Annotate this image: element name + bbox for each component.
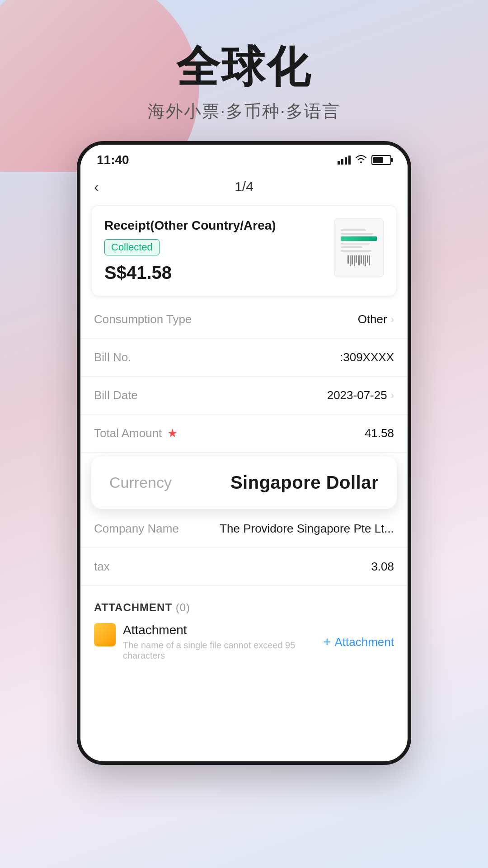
company-name-value: The Providore Singapore Pte Lt... (220, 522, 394, 536)
signal-bars-icon (338, 156, 351, 165)
attachment-row: Attachment The name of a single file can… (94, 623, 394, 661)
wifi-icon (355, 154, 367, 166)
subtitle: 海外小票·多币种·多语言 (0, 100, 488, 123)
consumption-type-row[interactable]: Consumption Type Other › (80, 301, 408, 339)
currency-value: Singapore Dollar (230, 472, 379, 493)
currency-panel: Currency Singapore Dollar (91, 456, 397, 509)
status-bar: 11:40 (80, 145, 408, 173)
tax-label: tax (94, 560, 110, 574)
attachment-header: ATTACHMENT (0) (94, 601, 394, 614)
status-time: 11:40 (97, 153, 129, 167)
chevron-right-icon: › (391, 314, 394, 326)
receipt-thumb-lines (341, 229, 377, 252)
thumb-barcode (347, 255, 370, 266)
attachment-left: Attachment The name of a single file can… (94, 623, 323, 661)
total-amount-value: 41.58 (365, 426, 394, 440)
receipt-info: Receipt(Other Country/Area) Collected S$… (104, 218, 334, 283)
tax-value: 3.08 (371, 560, 394, 574)
attachment-file-icon (94, 623, 116, 646)
attachment-label: Attachment (123, 623, 323, 637)
required-asterisk: ★ (167, 426, 178, 440)
total-amount-row: Total Amount ★ 41.58 (80, 415, 408, 453)
currency-label: Currency (109, 474, 172, 491)
bill-date-value: 2023-07-25 › (327, 388, 394, 402)
consumption-type-label: Consumption Type (94, 312, 192, 326)
company-name-label: Company Name (94, 522, 179, 536)
nav-title: 1/4 (235, 179, 253, 194)
battery-icon (371, 155, 391, 165)
receipt-amount: S$41.58 (104, 263, 334, 283)
bill-no-row: Bill No. :309XXXX (80, 339, 408, 377)
company-name-row: Company Name The Providore Singapore Pte… (80, 510, 408, 548)
plus-icon: + (323, 634, 331, 650)
add-attachment-label: Attachment (334, 635, 394, 649)
nav-bar: ‹ 1/4 (80, 173, 408, 201)
attachment-text-group: Attachment The name of a single file can… (123, 623, 323, 661)
attachment-hint: The name of a single file cannot exceed … (123, 640, 323, 661)
add-attachment-button[interactable]: + Attachment (323, 634, 394, 650)
form-section: Consumption Type Other › Bill No. :309XX… (80, 301, 408, 453)
receipt-thumbnail (334, 218, 384, 277)
chevron-right-date-icon: › (391, 390, 394, 401)
bill-date-row[interactable]: Bill Date 2023-07-25 › (80, 377, 408, 415)
phone-frame: 11:40 ‹ 1/4 R (77, 141, 411, 765)
attachment-count: (0) (176, 601, 190, 613)
attachment-section: ATTACHMENT (0) Attachment The name of a … (80, 590, 408, 673)
main-title: 全球化 (0, 41, 488, 93)
status-icons (338, 154, 391, 166)
tax-row: tax 3.08 (80, 548, 408, 586)
bill-no-value: :309XXXX (340, 350, 394, 364)
collected-badge: Collected (104, 239, 160, 255)
back-button[interactable]: ‹ (94, 179, 99, 195)
bill-no-label: Bill No. (94, 350, 131, 364)
header-area: 全球化 海外小票·多币种·多语言 (0, 0, 488, 141)
form-section-below: Company Name The Providore Singapore Pte… (80, 510, 408, 586)
receipt-card: Receipt(Other Country/Area) Collected S$… (91, 205, 397, 296)
bill-date-label: Bill Date (94, 388, 138, 402)
consumption-type-value: Other › (358, 312, 394, 326)
total-amount-label: Total Amount ★ (94, 426, 178, 440)
receipt-title: Receipt(Other Country/Area) (104, 218, 334, 233)
